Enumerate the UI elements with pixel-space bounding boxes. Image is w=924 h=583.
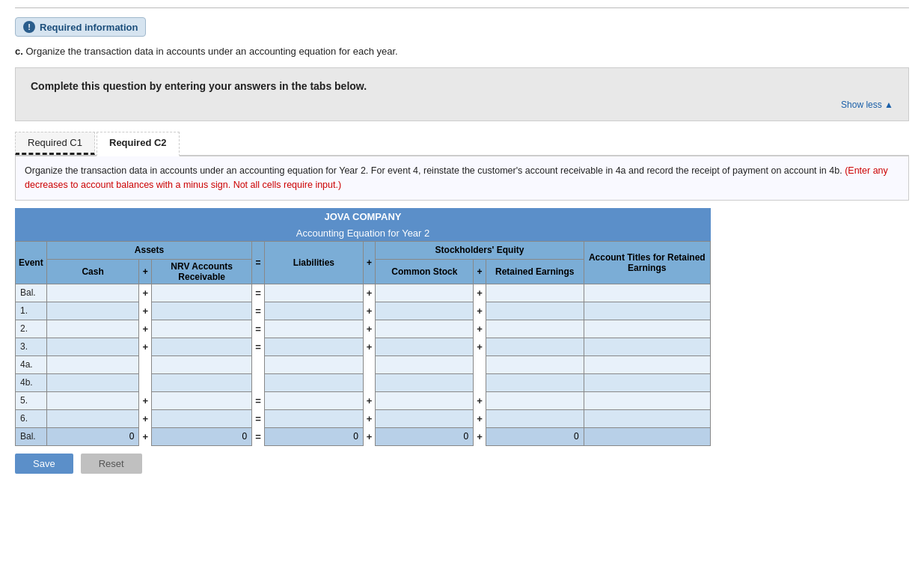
cash-input[interactable] [50, 323, 136, 334]
retained-earnings-input[interactable] [489, 395, 581, 406]
liabilities-input-cell[interactable] [264, 338, 363, 355]
nrv-input[interactable] [155, 431, 248, 442]
account-titles-input[interactable] [587, 359, 707, 370]
save-button[interactable]: Save [15, 454, 73, 474]
common-stock-input-cell[interactable] [376, 320, 474, 338]
common-stock-input[interactable] [379, 287, 470, 298]
cash-input-cell[interactable] [46, 302, 139, 320]
nrv-input[interactable] [155, 305, 248, 316]
retained-earnings-input[interactable] [489, 413, 581, 424]
common-stock-input-cell[interactable] [376, 427, 474, 445]
retained-earnings-input-cell[interactable] [486, 427, 584, 445]
retained-earnings-input-cell[interactable] [486, 320, 584, 338]
common-stock-input[interactable] [379, 431, 470, 442]
cash-input-cell[interactable] [46, 355, 139, 373]
nrv-input[interactable] [155, 341, 248, 352]
cash-input-cell[interactable] [46, 427, 139, 445]
cash-input[interactable] [50, 341, 136, 352]
common-stock-input[interactable] [379, 323, 470, 334]
liabilities-input-cell[interactable] [264, 355, 363, 373]
retained-earnings-input[interactable] [489, 341, 581, 352]
nrv-input-cell[interactable] [152, 302, 252, 320]
retained-earnings-input-cell[interactable] [486, 409, 584, 427]
liabilities-input-cell[interactable] [264, 427, 363, 445]
common-stock-input-cell[interactable] [376, 338, 474, 355]
cash-input-cell[interactable] [46, 284, 139, 302]
account-titles-input[interactable] [587, 377, 707, 388]
liabilities-input[interactable] [268, 341, 360, 352]
liabilities-input[interactable] [268, 287, 360, 298]
account-titles-input-cell[interactable] [584, 355, 710, 373]
nrv-input-cell[interactable] [152, 391, 252, 409]
cash-input[interactable] [50, 359, 136, 370]
cash-input-cell[interactable] [46, 320, 139, 338]
common-stock-input-cell[interactable] [376, 391, 474, 409]
common-stock-input-cell[interactable] [376, 302, 474, 320]
nrv-input[interactable] [155, 377, 248, 388]
common-stock-input-cell[interactable] [376, 409, 474, 427]
retained-earnings-input-cell[interactable] [486, 391, 584, 409]
nrv-input[interactable] [155, 323, 248, 334]
account-titles-input-cell[interactable] [584, 320, 710, 338]
nrv-input-cell[interactable] [152, 373, 252, 391]
common-stock-input-cell[interactable] [376, 355, 474, 373]
retained-earnings-input[interactable] [489, 431, 581, 442]
liabilities-input-cell[interactable] [264, 373, 363, 391]
liabilities-input[interactable] [268, 377, 360, 388]
nrv-input-cell[interactable] [152, 320, 252, 338]
liabilities-input[interactable] [268, 413, 360, 424]
liabilities-input-cell[interactable] [264, 409, 363, 427]
common-stock-input-cell[interactable] [376, 373, 474, 391]
nrv-input[interactable] [155, 287, 248, 298]
account-titles-input-cell[interactable] [584, 338, 710, 355]
account-titles-input-cell[interactable] [584, 284, 710, 302]
cash-input-cell[interactable] [46, 338, 139, 355]
account-titles-input[interactable] [587, 341, 707, 352]
account-titles-input-cell[interactable] [584, 373, 710, 391]
retained-earnings-input-cell[interactable] [486, 284, 584, 302]
account-titles-input[interactable] [587, 323, 707, 334]
retained-earnings-input[interactable] [489, 287, 581, 298]
cash-input[interactable] [50, 395, 136, 406]
common-stock-input[interactable] [379, 377, 470, 388]
retained-earnings-input-cell[interactable] [486, 355, 584, 373]
common-stock-input-cell[interactable] [376, 284, 474, 302]
liabilities-input[interactable] [268, 323, 360, 334]
retained-earnings-input[interactable] [489, 323, 581, 334]
cash-input-cell[interactable] [46, 373, 139, 391]
cash-input[interactable] [50, 305, 136, 316]
retained-earnings-input[interactable] [489, 305, 581, 316]
liabilities-input[interactable] [268, 395, 360, 406]
liabilities-input-cell[interactable] [264, 320, 363, 338]
tab-required-c1[interactable]: Required C1 [15, 132, 95, 155]
account-titles-input[interactable] [587, 431, 707, 442]
retained-earnings-input-cell[interactable] [486, 373, 584, 391]
account-titles-input[interactable] [587, 287, 707, 298]
common-stock-input[interactable] [379, 305, 470, 316]
nrv-input[interactable] [155, 359, 248, 370]
nrv-input-cell[interactable] [152, 427, 252, 445]
common-stock-input[interactable] [379, 341, 470, 352]
retained-earnings-input[interactable] [489, 377, 581, 388]
cash-input[interactable] [50, 413, 136, 424]
tab-required-c2[interactable]: Required C2 [97, 132, 180, 156]
liabilities-input[interactable] [268, 431, 360, 442]
common-stock-input[interactable] [379, 395, 470, 406]
retained-earnings-input[interactable] [489, 359, 581, 370]
nrv-input-cell[interactable] [152, 284, 252, 302]
account-titles-input-cell[interactable] [584, 409, 710, 427]
nrv-input-cell[interactable] [152, 338, 252, 355]
cash-input-cell[interactable] [46, 409, 139, 427]
account-titles-input[interactable] [587, 395, 707, 406]
nrv-input[interactable] [155, 413, 248, 424]
reset-button[interactable]: Reset [81, 454, 142, 474]
account-titles-input-cell[interactable] [584, 302, 710, 320]
cash-input[interactable] [50, 431, 136, 442]
common-stock-input[interactable] [379, 359, 470, 370]
cash-input[interactable] [50, 377, 136, 388]
liabilities-input-cell[interactable] [264, 391, 363, 409]
account-titles-input[interactable] [587, 413, 707, 424]
account-titles-input[interactable] [587, 305, 707, 316]
liabilities-input-cell[interactable] [264, 302, 363, 320]
account-titles-input-cell[interactable] [584, 427, 710, 445]
